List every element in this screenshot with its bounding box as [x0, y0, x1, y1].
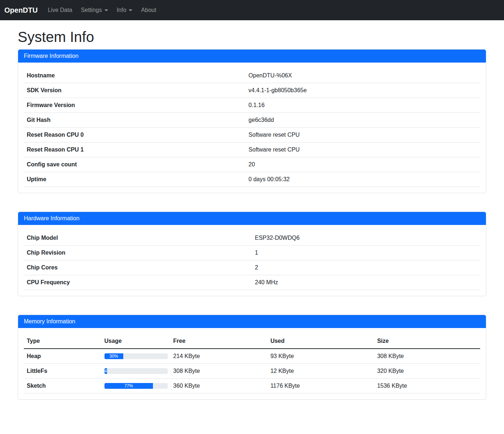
row-label: CPU Frequency	[24, 275, 252, 290]
memory-usage-cell: 77%	[102, 379, 171, 393]
memory-usage-cell: 4	[102, 364, 171, 379]
chevron-down-icon	[129, 9, 132, 11]
table-row: Chip Model ESP32-D0WDQ6	[24, 231, 480, 246]
memory-type: Sketch	[24, 379, 102, 393]
row-label: Git Hash	[24, 113, 245, 128]
memory-table: Type Usage Free Used Size Heap 30%	[24, 334, 480, 393]
hardware-card-header: Hardware Information	[18, 212, 486, 225]
table-row: Chip Revision 1	[24, 246, 480, 260]
nav-item-label: Info	[117, 6, 127, 14]
row-value: 0 days 00:05:32	[245, 172, 480, 187]
row-label: SDK Version	[24, 83, 245, 98]
column-header-type: Type	[24, 334, 102, 349]
row-value: 20	[245, 157, 480, 172]
row-value: 2	[252, 260, 480, 275]
nav-item-about[interactable]: About	[138, 3, 159, 17]
memory-size: 1536 KByte	[374, 379, 480, 393]
row-label: Chip Model	[24, 231, 252, 246]
nav-item-label: Live Data	[48, 6, 72, 14]
row-label: Firmware Version	[24, 98, 245, 113]
nav-item-info[interactable]: Info	[114, 3, 136, 17]
table-row-sketch: Sketch 77% 360 KByte 1176 KByte 1536 KBy…	[24, 379, 480, 393]
table-row: Reset Reason CPU 0 Software reset CPU	[24, 128, 480, 142]
row-value: Software reset CPU	[245, 142, 480, 157]
column-header-free: Free	[170, 334, 268, 349]
memory-used: 12 KByte	[268, 364, 374, 379]
table-row: Config save count 20	[24, 157, 480, 172]
table-row: Hostname OpenDTU-%06X	[24, 68, 480, 83]
row-value: 1	[252, 246, 480, 260]
sketch-usage-progress: 77%	[104, 383, 168, 389]
chevron-down-icon	[104, 9, 108, 11]
heap-usage-progress-bar: 30%	[104, 353, 124, 359]
memory-free: 214 KByte	[170, 349, 268, 364]
table-row-heap: Heap 30% 214 KByte 93 KByte 308 KByte	[24, 349, 480, 364]
row-label: Chip Cores	[24, 260, 252, 275]
memory-size: 308 KByte	[374, 349, 480, 364]
memory-free: 360 KByte	[170, 379, 268, 393]
memory-type: Heap	[24, 349, 102, 364]
row-value: ge6c36dd	[245, 113, 480, 128]
row-value: OpenDTU-%06X	[245, 68, 480, 83]
littlefs-usage-progress: 4	[104, 368, 168, 374]
table-row: Reset Reason CPU 1 Software reset CPU	[24, 142, 480, 157]
firmware-information-card: Firmware Information Hostname OpenDTU-%0…	[18, 49, 486, 193]
memory-card-header: Memory Information	[18, 315, 486, 328]
firmware-table: Hostname OpenDTU-%06X SDK Version v4.4.1…	[24, 68, 480, 187]
row-value: 240 MHz	[252, 275, 480, 290]
memory-used: 93 KByte	[268, 349, 374, 364]
table-row-littlefs: LittleFs 4 308 KByte 12 KByte 320 KByte	[24, 364, 480, 379]
column-header-size: Size	[374, 334, 480, 349]
row-value: 0.1.16	[245, 98, 480, 113]
row-value: v4.4.1-1-gb8050b365e	[245, 83, 480, 98]
row-value: Software reset CPU	[245, 128, 480, 142]
firmware-card-header: Firmware Information	[18, 50, 486, 63]
memory-free: 308 KByte	[170, 364, 268, 379]
memory-information-card: Memory Information Type Usage Free Used …	[18, 315, 486, 400]
memory-size: 320 KByte	[374, 364, 480, 379]
memory-table-header-row: Type Usage Free Used Size	[24, 334, 480, 349]
main-container: System Info Firmware Information Hostnam…	[13, 28, 491, 400]
nav-item-label: Settings	[81, 6, 102, 14]
brand-opendtu[interactable]: OpenDTU	[4, 5, 38, 16]
column-header-used: Used	[268, 334, 374, 349]
memory-card-body: Type Usage Free Used Size Heap 30%	[18, 328, 486, 399]
hardware-table: Chip Model ESP32-D0WDQ6 Chip Revision 1 …	[24, 231, 480, 290]
memory-usage-cell: 30%	[102, 349, 171, 364]
table-row: Git Hash ge6c36dd	[24, 113, 480, 128]
navbar: OpenDTU Live Data Settings Info About	[0, 0, 504, 20]
nav-item-live-data[interactable]: Live Data	[45, 3, 75, 17]
memory-type: LittleFs	[24, 364, 102, 379]
hardware-card-body: Chip Model ESP32-D0WDQ6 Chip Revision 1 …	[18, 225, 486, 296]
memory-used: 1176 KByte	[268, 379, 374, 393]
page-title: System Info	[18, 28, 486, 46]
table-row: Chip Cores 2	[24, 260, 480, 275]
heap-usage-progress: 30%	[104, 353, 168, 359]
row-label: Hostname	[24, 68, 245, 83]
table-row: CPU Frequency 240 MHz	[24, 275, 480, 290]
row-label: Reset Reason CPU 0	[24, 128, 245, 142]
row-label: Reset Reason CPU 1	[24, 142, 245, 157]
row-value: ESP32-D0WDQ6	[252, 231, 480, 246]
row-label: Uptime	[24, 172, 245, 187]
column-header-usage: Usage	[102, 334, 171, 349]
nav-item-settings[interactable]: Settings	[78, 3, 111, 17]
nav-item-label: About	[141, 6, 156, 14]
hardware-information-card: Hardware Information Chip Model ESP32-D0…	[18, 212, 486, 296]
navbar-nav: Live Data Settings Info About	[43, 3, 161, 17]
table-row: Firmware Version 0.1.16	[24, 98, 480, 113]
row-label: Chip Revision	[24, 246, 252, 260]
table-row: Uptime 0 days 00:05:32	[24, 172, 480, 187]
littlefs-usage-progress-bar: 4	[104, 368, 107, 374]
sketch-usage-progress-bar: 77%	[104, 383, 153, 389]
table-row: SDK Version v4.4.1-1-gb8050b365e	[24, 83, 480, 98]
row-label: Config save count	[24, 157, 245, 172]
firmware-card-body: Hostname OpenDTU-%06X SDK Version v4.4.1…	[18, 63, 486, 193]
